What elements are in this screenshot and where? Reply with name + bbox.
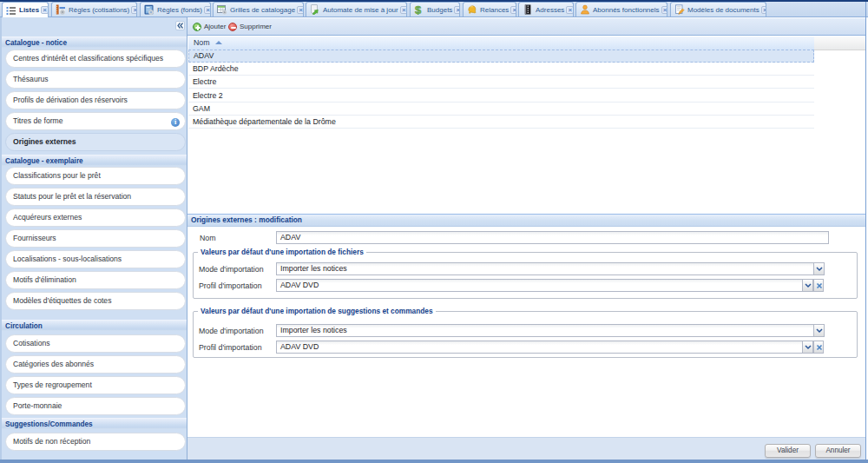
- svg-text:$: $: [415, 4, 422, 15]
